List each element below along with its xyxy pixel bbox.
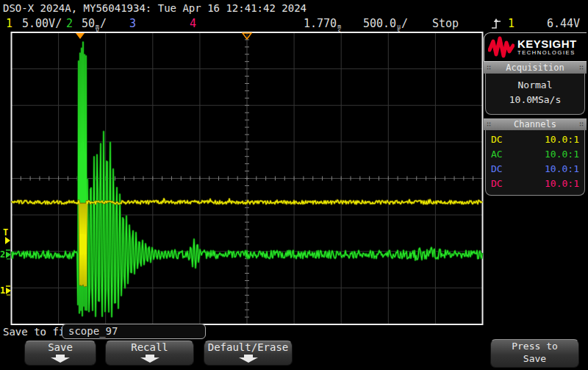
down-arrow-icon: [51, 355, 70, 363]
svg-text:T: T: [3, 227, 8, 238]
grip-icon: ∷: [487, 62, 491, 74]
logo-line2: TECHNOLOGIES: [517, 49, 577, 56]
press-to-save-button[interactable]: Press to Save: [490, 339, 579, 368]
grip-icon: ∷: [579, 62, 584, 74]
save-softkey[interactable]: Save: [24, 341, 96, 366]
channels-header[interactable]: ∷ Channels ∷: [484, 118, 587, 130]
channel-row-4: DC 10.0:1: [486, 177, 584, 191]
recall-softkey[interactable]: Recall: [105, 341, 194, 366]
channel-row-1: DC 10.0:1: [486, 132, 584, 147]
svg-text:1: 1: [0, 285, 5, 296]
default-erase-softkey[interactable]: Default/Erase: [204, 341, 293, 366]
channel-row-2: AC 10.0:1: [486, 147, 584, 162]
keysight-spark-icon: [488, 36, 514, 58]
channel-row-3: DC 10.0:1: [486, 162, 584, 177]
instrument-title: DSO-X 2024A, MY56041934: Tue Apr 16 12:4…: [3, 1, 306, 15]
acquisition-mode: Normal: [486, 78, 584, 93]
channels-panel: DC 10.0:1 AC 10.0:1 DC 10.0:1 DC 10.0:1: [485, 130, 585, 196]
filename-input[interactable]: scope_97: [62, 324, 206, 339]
logo-line1: KEYSIGHT: [517, 38, 577, 49]
scope-display: T21: [0, 29, 485, 328]
sample-rate: 10.0MSa/s: [486, 93, 584, 107]
down-arrow-icon: [239, 355, 258, 363]
down-arrow-icon: [140, 355, 159, 363]
trigger-edge-icon: [491, 15, 501, 32]
oscilloscope-screen: DSO-X 2024A, MY56041934: Tue Apr 16 12:4…: [0, 0, 588, 370]
sidebar: KEYSIGHT TECHNOLOGIES ∷ Acquisition ∷ No…: [484, 32, 587, 196]
grip-icon: ∷: [487, 118, 491, 130]
keysight-logo: KEYSIGHT TECHNOLOGIES: [484, 32, 587, 62]
acquisition-header[interactable]: ∷ Acquisition ∷: [484, 62, 587, 74]
acquisition-panel: Normal 10.0MSa/s: [485, 74, 585, 115]
trigger-source[interactable]: 1: [508, 15, 514, 32]
trigger-level-readout[interactable]: 6.44V: [547, 15, 580, 32]
grip-icon: ∷: [579, 118, 584, 130]
svg-text:2: 2: [0, 249, 5, 260]
